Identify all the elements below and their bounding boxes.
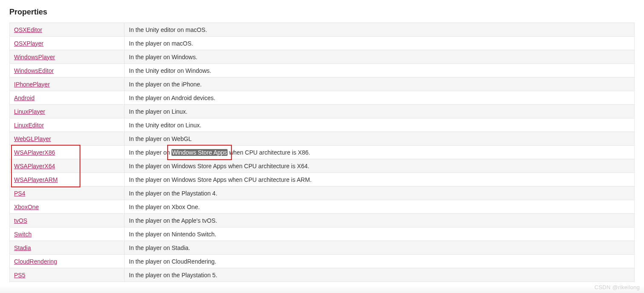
property-desc-cell: In the Unity editor on macOS. [125,23,635,37]
property-link[interactable]: OSXPlayer [14,40,43,47]
property-name-cell: WSAPlayerX86 [10,146,125,159]
property-name-cell: OSXEditor [10,23,125,37]
table-row: WSAPlayerX64In the player on Windows Sto… [10,159,635,173]
property-name-cell: IPhonePlayer [10,78,125,91]
property-name-cell: WebGLPlayer [10,132,125,146]
property-desc-cell: In the Unity editor on Windows. [125,64,635,78]
property-name-cell: Switch [10,227,125,241]
table-row: WindowsPlayerIn the player on Windows. [10,50,635,64]
table-row: tvOSIn the player on the Apple's tvOS. [10,214,635,227]
property-name-cell: WindowsPlayer [10,50,125,64]
property-link[interactable]: WSAPlayerARM [14,176,58,183]
table-row: CloudRenderingIn the player on CloudRend… [10,255,635,268]
property-desc-cell: In the player on Stadia. [125,241,635,255]
table-row: WSAPlayerARMIn the player on Windows Sto… [10,173,635,187]
property-name-cell: LinuxPlayer [10,105,125,118]
property-link[interactable]: LinuxPlayer [14,108,45,115]
property-desc-cell: In the player on the Apple's tvOS. [125,214,635,227]
property-name-cell: LinuxEditor [10,118,125,132]
property-link[interactable]: Android [14,95,34,101]
table-row: PS4In the player on the Playstation 4. [10,187,635,200]
property-link[interactable]: Stadia [14,244,31,251]
property-link[interactable]: IPhonePlayer [14,81,50,88]
property-desc-cell: In the player on Windows Store Apps when… [125,159,635,173]
table-row: SwitchIn the player on Nintendo Switch. [10,227,635,241]
property-desc-cell: In the player on CloudRendering. [125,255,635,268]
property-link[interactable]: PS5 [14,272,25,279]
property-name-cell: Android [10,91,125,105]
property-link[interactable]: tvOS [14,217,27,224]
property-name-cell: tvOS [10,214,125,227]
property-link[interactable]: WebGLPlayer [14,135,51,142]
property-desc-cell: In the player on the Playstation 5. [125,268,635,282]
property-name-cell: CloudRendering [10,255,125,268]
table-row: WebGLPlayerIn the player on WebGL [10,132,635,146]
properties-table: OSXEditorIn the Unity editor on macOS.OS… [9,23,635,282]
property-name-cell: XboxOne [10,200,125,214]
section-heading: Properties [9,8,635,17]
property-desc-cell: In the player on the Playstation 4. [125,187,635,200]
table-row: AndroidIn the player on Android devices. [10,91,635,105]
property-desc-cell: In the player on Windows Store Apps when… [125,173,635,187]
property-name-cell: WSAPlayerX64 [10,159,125,173]
property-desc-cell: In the Unity editor on Linux. [125,118,635,132]
table-row: OSXPlayerIn the player on macOS. [10,37,635,50]
table-row: PS5In the player on the Playstation 5. [10,268,635,282]
property-link[interactable]: WindowsEditor [14,67,54,74]
property-link[interactable]: Switch [14,231,31,238]
highlighted-text: Windows Store Apps [171,149,227,156]
property-link[interactable]: PS4 [14,190,25,197]
table-row: XboxOneIn the player on Xbox One. [10,200,635,214]
property-link[interactable]: LinuxEditor [14,122,44,129]
property-desc-cell: In the player on Android devices. [125,91,635,105]
property-name-cell: WSAPlayerARM [10,173,125,187]
property-desc-cell: In the player on Nintendo Switch. [125,227,635,241]
property-link[interactable]: WindowsPlayer [14,54,55,60]
table-row: WSAPlayerX86In the player on Windows Sto… [10,146,635,159]
property-desc-cell: In the player on the iPhone. [125,78,635,91]
property-desc-cell: In the player on Xbox One. [125,200,635,214]
property-name-cell: PS5 [10,268,125,282]
property-link[interactable]: WSAPlayerX86 [14,149,55,156]
table-row: WindowsEditorIn the Unity editor on Wind… [10,64,635,78]
property-desc-cell: In the player on macOS. [125,37,635,50]
table-row: LinuxEditorIn the Unity editor on Linux. [10,118,635,132]
property-name-cell: WindowsEditor [10,64,125,78]
table-row: LinuxPlayerIn the player on Linux. [10,105,635,118]
property-link[interactable]: XboxOne [14,204,39,210]
property-link[interactable]: WSAPlayerX64 [14,163,55,169]
property-desc-cell: In the player on Linux. [125,105,635,118]
property-name-cell: Stadia [10,241,125,255]
property-name-cell: OSXPlayer [10,37,125,50]
property-link[interactable]: OSXEditor [14,26,42,33]
table-row: IPhonePlayerIn the player on the iPhone. [10,78,635,91]
property-desc-cell: In the player on Windows. [125,50,635,64]
property-desc-cell: In the player on Windows Store Apps when… [125,146,635,159]
property-link[interactable]: CloudRendering [14,258,57,265]
property-name-cell: PS4 [10,187,125,200]
table-row: StadiaIn the player on Stadia. [10,241,635,255]
table-row: OSXEditorIn the Unity editor on macOS. [10,23,635,37]
property-desc-cell: In the player on WebGL [125,132,635,146]
